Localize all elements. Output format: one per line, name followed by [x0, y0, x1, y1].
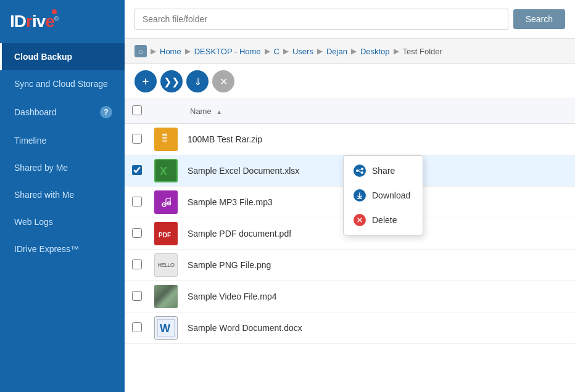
breadcrumb-users[interactable]: Users	[292, 47, 313, 56]
row-icon-cell: W	[149, 312, 183, 344]
svg-line-10	[358, 171, 361, 173]
home-icon[interactable]: ⌂	[134, 45, 147, 57]
row-checkbox-cell	[125, 124, 149, 155]
row-checkbox-cell	[125, 187, 149, 218]
svg-line-9	[358, 169, 361, 171]
breadcrumb-desktop[interactable]: Desktop	[360, 47, 390, 56]
row-icon-cell: HELLO	[149, 250, 183, 281]
row-icon-cell	[149, 187, 183, 218]
svg-point-17	[168, 203, 170, 204]
svg-rect-11	[357, 198, 362, 199]
svg-point-15	[163, 204, 165, 205]
row-checkbox-cell	[125, 312, 149, 344]
svg-rect-0	[162, 134, 167, 136]
cancel-button[interactable]: ✕	[212, 70, 234, 92]
excel-icon-svg: X	[157, 162, 175, 179]
sort-arrow-icon: ▲	[216, 108, 222, 115]
file-table: Name ▲	[125, 99, 575, 344]
breadcrumb-c[interactable]: C	[274, 47, 279, 56]
file-table-body: 100MB Test Rar.zip X	[125, 124, 575, 344]
header-name-cell[interactable]: Name ▲	[183, 99, 575, 124]
svg-rect-1	[162, 137, 167, 139]
row-icon-cell: PDF	[149, 218, 183, 250]
table-row: X Sample Excel Document.xlsx	[125, 155, 575, 187]
row-checkbox[interactable]	[132, 228, 142, 238]
search-button[interactable]: Search	[513, 9, 565, 29]
select-all-checkbox[interactable]	[132, 105, 142, 115]
share-icon: ❯❯	[163, 76, 180, 88]
mp3-file-icon	[154, 190, 178, 214]
row-checkbox[interactable]	[132, 134, 142, 144]
table-row: Sample Video File.mp4	[125, 281, 575, 312]
add-button[interactable]: +	[134, 70, 157, 92]
breadcrumb-test-folder: Test Folder	[403, 47, 442, 56]
header-checkbox-cell	[125, 99, 149, 124]
pdf-icon-svg: PDF	[157, 225, 175, 242]
row-checkbox-cell	[125, 281, 149, 312]
row-checkbox[interactable]	[132, 322, 142, 332]
main-content: Search ⌂ ▶ Home ▶ DESKTOP - Home ▶ C ▶ U…	[125, 0, 575, 392]
row-icon-cell: X	[149, 155, 183, 187]
sidebar: IDrive® Cloud Backup Sync and Cloud Stor…	[0, 0, 125, 392]
sidebar-item-sync-cloud[interactable]: Sync and Cloud Storage	[0, 70, 125, 97]
row-checkbox[interactable]	[132, 291, 142, 301]
row-filename[interactable]: 100MB Test Rar.zip	[183, 124, 575, 155]
mp3-icon-svg	[159, 195, 173, 209]
breadcrumb-dejan[interactable]: Dejan	[326, 47, 347, 56]
sidebar-item-timeline[interactable]: Timeline	[0, 127, 125, 154]
breadcrumb-desktop-home[interactable]: DESKTOP - Home	[194, 47, 261, 56]
share-button[interactable]: ❯❯	[160, 70, 183, 92]
nav-menu: Cloud Backup Sync and Cloud Storage Dash…	[0, 43, 125, 392]
header-icon-cell	[149, 99, 183, 124]
row-filename[interactable]: Sample Excel Document.xlsx	[183, 155, 575, 187]
svg-rect-2	[162, 140, 167, 142]
row-checkbox-cell	[125, 250, 149, 281]
svg-text:W: W	[160, 322, 170, 335]
row-checkbox[interactable]	[132, 197, 142, 206]
zip-file-icon	[154, 128, 178, 151]
svg-text:X: X	[160, 165, 167, 178]
file-list-area: Name ▲	[125, 99, 575, 392]
dashboard-help-icon[interactable]: ?	[100, 106, 112, 118]
sidebar-item-shared-with-me[interactable]: Shared with Me	[0, 181, 125, 208]
video-thumbnail	[154, 285, 178, 308]
sidebar-item-dashboard[interactable]: Dashboard ?	[0, 97, 125, 127]
breadcrumb-home[interactable]: Home	[160, 47, 181, 56]
download-button[interactable]: ⇓	[186, 70, 209, 92]
row-checkbox[interactable]	[132, 259, 142, 269]
table-row: HELLO Sample PNG File.png	[125, 250, 575, 281]
download-icon: ⇓	[194, 76, 202, 88]
pdf-file-icon: PDF	[154, 222, 178, 245]
context-menu-share[interactable]: Share	[344, 158, 423, 183]
share-ctx-icon	[354, 165, 366, 177]
cancel-icon: ✕	[220, 76, 228, 88]
row-icon-cell	[149, 281, 183, 312]
sidebar-item-idrive-express[interactable]: IDrive Express™	[0, 235, 125, 263]
row-filename[interactable]: Sample PNG File.png	[183, 250, 575, 281]
word-file-icon: W	[154, 316, 178, 340]
sidebar-item-shared-by-me[interactable]: Shared by Me	[0, 154, 125, 181]
table-row: 100MB Test Rar.zip	[125, 124, 575, 155]
download-ctx-icon	[354, 189, 366, 202]
logo-dot	[52, 9, 57, 14]
context-menu-download[interactable]: Download	[344, 183, 423, 208]
sidebar-item-cloud-backup[interactable]: Cloud Backup	[0, 43, 125, 70]
svg-point-6	[361, 168, 363, 170]
video-file-icon	[154, 285, 178, 308]
row-checkbox[interactable]	[132, 165, 142, 175]
sidebar-item-web-logs[interactable]: Web Logs	[0, 208, 125, 235]
search-bar: Search	[125, 0, 575, 39]
logo-area: IDrive®	[0, 0, 125, 43]
row-checkbox-cell	[125, 218, 149, 250]
delete-ctx-icon	[354, 214, 366, 226]
svg-point-7	[356, 169, 358, 172]
row-filename[interactable]: Sample Video File.mp4	[183, 281, 575, 312]
table-row: W Sample Word Document.docx	[125, 312, 575, 344]
search-input[interactable]	[134, 9, 508, 30]
row-filename[interactable]: Sample Word Document.docx	[183, 312, 575, 344]
row-icon-cell	[149, 124, 183, 155]
context-menu-delete[interactable]: Delete	[344, 208, 423, 232]
toolbar: + ❯❯ ⇓ ✕	[125, 64, 575, 99]
table-header-row: Name ▲	[125, 99, 575, 124]
svg-point-8	[361, 171, 363, 174]
